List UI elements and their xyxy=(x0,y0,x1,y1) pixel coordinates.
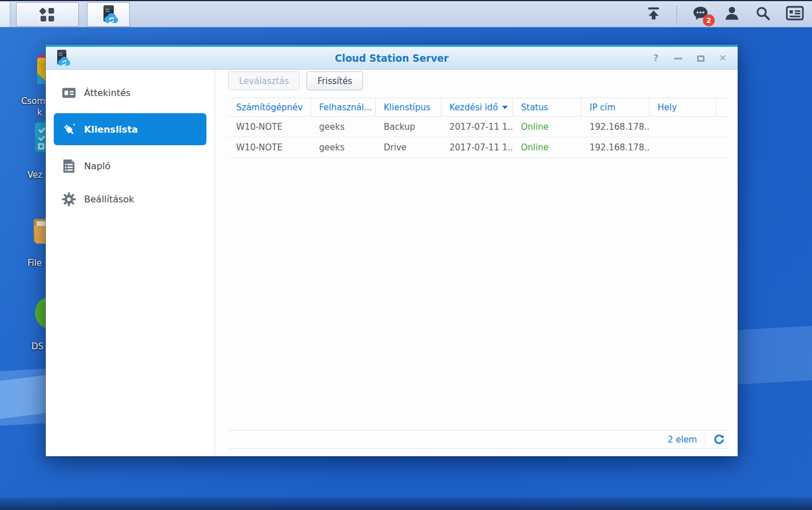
toolbar: Leválasztás Frissítés xyxy=(228,71,729,98)
plug-icon xyxy=(61,122,77,137)
log-document-icon xyxy=(61,158,77,174)
cell-computer: W10-NOTE xyxy=(228,137,311,157)
desktop-label[interactable]: DS xyxy=(31,341,43,352)
item-count: 2 elem xyxy=(667,435,697,445)
cell-status: Online xyxy=(513,117,582,137)
cell-client-type: Backup xyxy=(376,117,441,137)
sidebar-item-label: Áttekintés xyxy=(84,87,130,98)
cell-user: geeks xyxy=(311,117,376,137)
cell-start-time: 2017-07-11 1... xyxy=(441,117,513,137)
gear-icon xyxy=(61,192,77,207)
desktop: Csom k Vez File DS xyxy=(0,27,812,510)
app-grid-icon xyxy=(38,6,57,24)
cell-location xyxy=(650,137,716,157)
minimize-button[interactable] xyxy=(674,54,683,63)
cell-location xyxy=(650,117,716,137)
list-footer: 2 elem xyxy=(228,430,729,449)
cloud-station-window: Cloud Station Server ? ✕ xyxy=(46,45,738,456)
sort-descending-icon xyxy=(502,106,508,109)
cell-computer: W10-NOTE xyxy=(228,117,311,137)
notification-badge: 2 xyxy=(703,14,715,26)
cell-status: Online xyxy=(513,137,582,157)
window-titlebar[interactable]: Cloud Station Server ? ✕ xyxy=(46,47,738,70)
cloud-station-app-icon xyxy=(53,49,71,70)
search-icon[interactable] xyxy=(755,5,771,23)
upload-queue-icon[interactable] xyxy=(646,5,662,23)
column-header-location[interactable]: Hely xyxy=(650,98,716,116)
cell-ip: 192.168.178.... xyxy=(582,137,650,157)
main-menu-button[interactable] xyxy=(16,2,79,27)
help-button[interactable]: ? xyxy=(651,54,660,63)
table-header-row: Számítógépnév Felhasznál... Klienstípus … xyxy=(228,98,729,117)
user-account-icon[interactable] xyxy=(724,5,740,23)
table-row[interactable]: W10-NOTE geeks Drive 2017-07-11 1... Onl… xyxy=(228,137,729,158)
maximize-button[interactable] xyxy=(696,54,705,63)
column-header-status[interactable]: Status xyxy=(513,98,582,116)
close-button[interactable]: ✕ xyxy=(718,54,727,63)
wallpaper-shade xyxy=(0,497,812,510)
desktop-label[interactable]: Vez xyxy=(27,170,42,180)
refresh-button[interactable]: Frissítés xyxy=(307,71,363,90)
column-header-user[interactable]: Felhasznál... xyxy=(311,98,376,116)
table-row[interactable]: W10-NOTE geeks Backup 2017-07-11 1... On… xyxy=(228,117,729,137)
refresh-list-icon[interactable] xyxy=(714,434,725,445)
notifications-icon[interactable]: 2 xyxy=(692,5,709,24)
show-desktop-button[interactable] xyxy=(0,2,10,27)
sidebar-item-beallitasok[interactable]: Beállítások xyxy=(54,186,206,212)
column-header-client-type[interactable]: Klienstípus xyxy=(376,98,441,116)
sidebar-item-label: Beállítások xyxy=(84,194,134,205)
window-title: Cloud Station Server xyxy=(46,53,738,64)
client-table: Számítógépnév Felhasznál... Klienstípus … xyxy=(228,98,729,158)
id-card-icon xyxy=(61,85,77,101)
sidebar-item-label: Klienslista xyxy=(84,124,138,135)
sidebar-item-label: Napló xyxy=(84,161,110,172)
column-header-start-time[interactable]: Kezdési idő xyxy=(441,98,513,116)
cell-start-time: 2017-07-11 1... xyxy=(441,137,513,157)
taskbar-cloud-station-button[interactable] xyxy=(87,2,130,27)
sidebar: Áttekintés xyxy=(46,70,214,456)
cell-user: geeks xyxy=(311,137,376,157)
desktop-label[interactable]: Csom xyxy=(21,96,45,106)
cloud-station-app-icon xyxy=(98,5,119,25)
taskbar: 2 xyxy=(0,0,812,27)
tray-divider xyxy=(676,6,677,23)
column-header-computer[interactable]: Számítógépnév xyxy=(228,98,311,116)
cell-ip: 192.168.178.... xyxy=(582,117,650,137)
column-header-ip[interactable]: IP cím xyxy=(582,98,650,116)
desktop-label[interactable]: File xyxy=(27,258,42,268)
widgets-icon[interactable] xyxy=(786,5,804,23)
client-list-panel: Leválasztás Frissítés Számítógépnév Felh… xyxy=(214,70,738,456)
sidebar-item-naplo[interactable]: Napló xyxy=(54,153,206,178)
column-header-filler xyxy=(716,98,729,116)
sidebar-item-attekintes[interactable]: Áttekintés xyxy=(54,80,206,105)
cell-client-type: Drive xyxy=(376,137,441,157)
detach-button[interactable]: Leválasztás xyxy=(228,71,300,90)
sidebar-item-klienslista[interactable]: Klienslista xyxy=(54,113,206,145)
footer-divider xyxy=(705,434,706,445)
desktop-label[interactable]: k xyxy=(37,107,42,118)
